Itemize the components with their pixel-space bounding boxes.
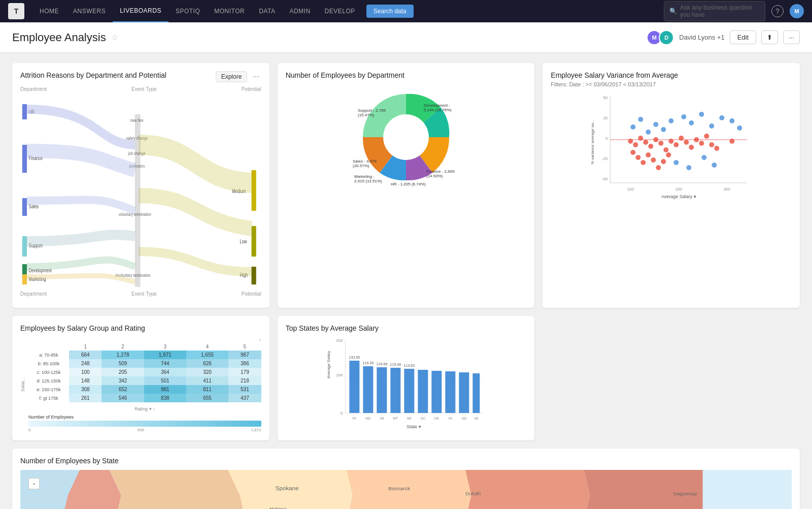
svg-text:voluntary termination: voluntary termination: [119, 212, 151, 217]
svg-point-71: [669, 139, 674, 144]
help-button[interactable]: ?: [771, 5, 784, 17]
svg-rect-22: [252, 267, 256, 284]
svg-point-60: [720, 115, 725, 120]
svg-text:RI: RI: [352, 417, 356, 420]
search-data-button[interactable]: Search data: [366, 5, 414, 18]
svg-point-85: [646, 152, 651, 157]
zoom-out-button[interactable]: -: [28, 478, 40, 489]
donut-svg: Development - 5,144 (28.78%) Support - 2…: [340, 84, 472, 190]
attrition-more-button[interactable]: ···: [250, 72, 261, 81]
svg-text:Spokane: Spokane: [276, 486, 299, 491]
svg-rect-2: [22, 145, 27, 173]
svg-point-75: [689, 145, 694, 150]
top-navigation: T HOME ANSWERS LIVEBOARDS SPOTIQ MONITOR…: [0, 0, 812, 22]
svg-text:100: 100: [336, 373, 343, 377]
svg-point-68: [654, 137, 659, 142]
user-avatar[interactable]: M: [790, 4, 804, 18]
svg-rect-113: [404, 369, 414, 413]
svg-text:Finance - 2,669: Finance - 2,669: [426, 169, 455, 174]
dept-employees-card: Number of Employees by Department: [278, 63, 535, 308]
map-card-title: Number of Employees by State: [20, 457, 792, 465]
svg-point-25: [383, 114, 429, 160]
page-header: Employee Analysis ☆ M D David Lyons +1 E…: [0, 22, 812, 53]
svg-text:116.68: 116.68: [376, 362, 387, 366]
edit-button[interactable]: Edit: [730, 30, 756, 44]
salary-variance-filter: Filters: Date : >= 03/06/2017 < 03/13/20…: [551, 81, 792, 87]
nav-data[interactable]: DATA: [252, 0, 282, 22]
svg-rect-101: [349, 361, 359, 413]
avatar-group: M D: [647, 30, 674, 45]
favorite-star-icon[interactable]: ☆: [111, 33, 118, 42]
nav-spotiq[interactable]: SPOTIQ: [168, 0, 207, 22]
svg-point-72: [674, 142, 679, 147]
svg-point-89: [666, 152, 671, 157]
share-button[interactable]: ⬆: [761, 30, 778, 44]
nav-develop[interactable]: DEVELOP: [318, 0, 362, 22]
ask-search-box[interactable]: 🔍 Ask any business question you have: [664, 1, 765, 21]
nav-admin[interactable]: ADMIN: [282, 0, 317, 22]
svg-text:100: 100: [627, 187, 634, 192]
nav-answers[interactable]: ANSWERS: [66, 0, 113, 22]
svg-text:Marketing -: Marketing -: [354, 174, 375, 179]
header-right: M D David Lyons +1 Edit ⬆ ···: [647, 30, 800, 45]
nav-home[interactable]: HOME: [32, 0, 66, 22]
heatmap-x-label: Rating ▾ ↑: [28, 406, 261, 411]
svg-text:Average Salary: Average Salary: [326, 351, 331, 379]
sort-indicator[interactable]: ↓: [259, 336, 261, 342]
svg-point-51: [638, 117, 644, 122]
svg-text:WI: WI: [407, 417, 412, 420]
explore-button[interactable]: Explore: [216, 71, 248, 82]
svg-point-52: [646, 130, 651, 135]
map-card: Number of Employees by State + -: [12, 449, 800, 509]
svg-rect-18: [252, 170, 256, 211]
avatar-d: D: [659, 30, 674, 45]
svg-point-92: [702, 155, 707, 160]
nav-monitor[interactable]: MONITOR: [207, 0, 252, 22]
svg-point-59: [709, 123, 715, 129]
nav-right: 🔍 Ask any business question you have ? M: [664, 1, 804, 21]
svg-text:OK: OK: [434, 417, 439, 420]
svg-point-86: [651, 157, 656, 163]
svg-rect-110: [390, 368, 400, 413]
logo[interactable]: T: [8, 3, 24, 19]
svg-point-54: [661, 127, 666, 132]
svg-point-50: [631, 124, 636, 130]
table-row: e: 150-175k 308 652 981 811 531: [28, 385, 261, 394]
svg-point-61: [730, 118, 735, 123]
salary-heatmap-title: Employees by Salary Group and Rating: [20, 324, 261, 332]
svg-text:Development -: Development -: [424, 103, 450, 108]
svg-text:-25: -25: [602, 156, 608, 161]
svg-text:(15.47%): (15.47%): [358, 113, 375, 117]
sankey-axis-bottom: Department Event Type Potential: [20, 291, 261, 297]
svg-point-82: [631, 150, 636, 155]
svg-text:% variance average sa...: % variance average sa...: [591, 120, 595, 165]
svg-text:Duluth: Duluth: [465, 491, 481, 496]
collaborators-label: David Lyons +1: [679, 34, 725, 41]
sankey-chart: Department Event Type Potential HR Finan…: [20, 86, 261, 300]
svg-point-84: [641, 160, 646, 165]
heatmap-col-5: 5: [228, 343, 261, 351]
nav-liveboards[interactable]: LIVEBOARDS: [113, 0, 168, 22]
attrition-card: Attrition Reasons by Department and Pote…: [12, 63, 269, 308]
svg-text:-50: -50: [602, 177, 608, 181]
table-row: d: 125-150k 148 342 501 411 218: [28, 376, 261, 385]
svg-text:MT: MT: [393, 417, 398, 420]
scale-mid: 936: [138, 428, 144, 432]
svg-point-88: [661, 159, 666, 164]
table-row: b: 85-100k 248 509 744 626 386: [28, 359, 261, 368]
heatmap-scale-bar: [28, 421, 261, 427]
more-options-button[interactable]: ···: [783, 30, 800, 44]
heatmap-row-header: [28, 343, 69, 351]
svg-text:119.39: 119.39: [362, 361, 374, 365]
bar-chart-svg: 200 100 0 Average Salary 133.95 RI 119.3…: [286, 334, 527, 436]
heatmap-table: 1 2 3 4 5 a: 70-85k 664 1,278: [28, 343, 261, 402]
svg-point-83: [636, 155, 641, 160]
svg-text:Sales - 3,676: Sales - 3,676: [353, 159, 377, 164]
svg-text:Bismarck: Bismarck: [388, 486, 410, 491]
scale-min: 0: [28, 428, 30, 432]
svg-text:133.95: 133.95: [349, 356, 360, 359]
bar-chart: 200 100 0 Average Salary 133.95 RI 119.3…: [286, 334, 527, 426]
top-states-title: Top States by Average Salary: [286, 324, 527, 332]
svg-point-74: [684, 140, 689, 145]
svg-point-53: [654, 122, 659, 127]
